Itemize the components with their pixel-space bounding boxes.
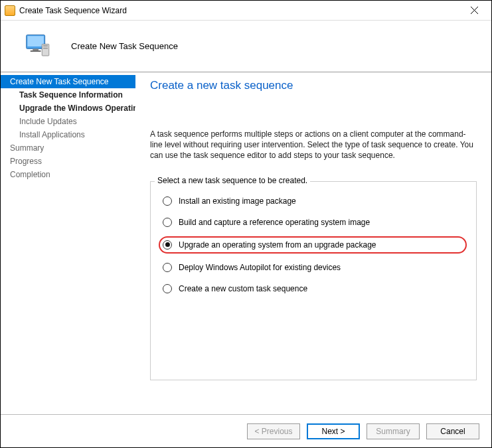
svg-rect-4: [33, 48, 39, 50]
monitor-icon: [25, 33, 52, 60]
fieldset-legend: Select a new task sequence to be created…: [155, 176, 310, 185]
radio-icon: [163, 196, 172, 206]
app-icon: [5, 5, 15, 16]
close-button[interactable]: [462, 1, 486, 20]
previous-button[interactable]: < Previous: [247, 423, 300, 439]
radio-option-3[interactable]: Deploy Windows Autopilot for existing de…: [163, 263, 464, 272]
svg-rect-8: [43, 47, 48, 48]
sidebar-step-5[interactable]: Summary: [1, 141, 135, 155]
wizard-footer: < Previous Next > Summary Cancel: [1, 414, 491, 447]
sidebar: Create New Task SequenceTask Sequence In…: [1, 72, 135, 414]
sidebar-step-2[interactable]: Upgrade the Windows Operating System: [1, 102, 135, 115]
radio-label: Upgrade an operating system from an upgr…: [179, 240, 376, 250]
close-icon: [471, 7, 478, 14]
next-button[interactable]: Next >: [307, 423, 360, 439]
radio-label: Deploy Windows Autopilot for existing de…: [179, 263, 341, 272]
radio-option-0[interactable]: Install an existing image package: [163, 196, 464, 206]
svg-rect-3: [27, 36, 44, 46]
radio-label: Install an existing image package: [179, 196, 296, 206]
radio-label: Create a new custom task sequence: [179, 284, 307, 293]
radio-option-1[interactable]: Build and capture a reference operating …: [163, 218, 464, 227]
main-panel: Create a new task sequence A task sequen…: [135, 72, 491, 414]
radio-icon: [163, 218, 172, 227]
sidebar-step-7[interactable]: Completion: [1, 168, 135, 181]
radio-option-2[interactable]: Upgrade an operating system from an upgr…: [161, 239, 464, 251]
page-description: A task sequence performs multiple steps …: [150, 129, 477, 161]
cancel-button[interactable]: Cancel: [426, 423, 479, 439]
window-title: Create Task Sequence Wizard: [19, 6, 462, 15]
radio-icon: [163, 240, 172, 250]
radio-option-4[interactable]: Create a new custom task sequence: [163, 284, 464, 293]
content-area: Create New Task SequenceTask Sequence In…: [1, 72, 491, 414]
task-sequence-options-fieldset: Select a new task sequence to be created…: [150, 181, 477, 380]
titlebar: Create Task Sequence Wizard: [1, 1, 491, 21]
sidebar-step-0[interactable]: Create New Task Sequence: [1, 75, 135, 88]
radio-label: Build and capture a reference operating …: [179, 218, 370, 227]
sidebar-step-1[interactable]: Task Sequence Information: [1, 88, 135, 102]
svg-rect-5: [31, 50, 41, 52]
svg-rect-7: [43, 45, 48, 46]
summary-button[interactable]: Summary: [367, 423, 420, 439]
radio-icon: [163, 263, 172, 272]
radio-icon: [163, 284, 172, 293]
sidebar-step-3[interactable]: Include Updates: [1, 115, 135, 128]
header-title: Create New Task Sequence: [71, 41, 178, 51]
wizard-header: Create New Task Sequence: [1, 21, 491, 72]
sidebar-step-4[interactable]: Install Applications: [1, 128, 135, 141]
sidebar-step-6[interactable]: Progress: [1, 155, 135, 168]
page-heading: Create a new task sequence: [150, 79, 477, 92]
